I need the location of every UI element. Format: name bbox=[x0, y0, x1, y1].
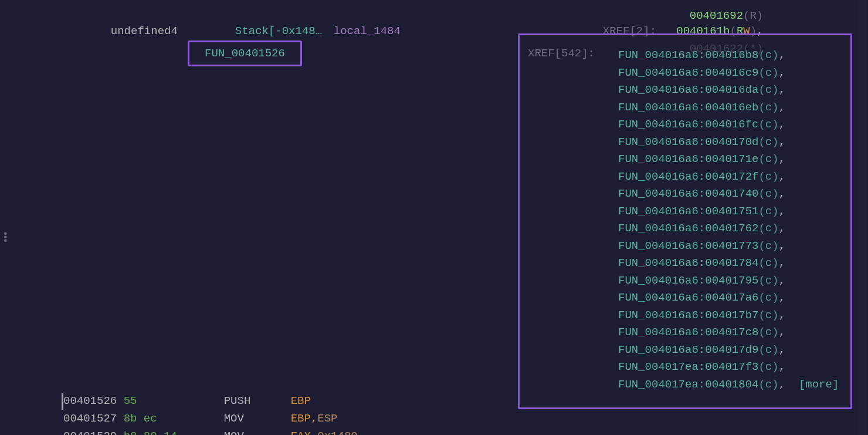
gutter: ●●● bbox=[0, 0, 13, 435]
xref-list: FUN_004016a6:004016b8(c),FUN_004016a6:00… bbox=[618, 47, 839, 393]
function-name: FUN_00401526 bbox=[205, 47, 285, 60]
asm-line[interactable]: 00401527 8b ec MOV EBP,ESP bbox=[63, 412, 338, 425]
xref-entry[interactable]: FUN_004016a6:004016fc(c), bbox=[618, 116, 839, 134]
xref-entry[interactable]: FUN_004016a6:004016eb(c), bbox=[618, 99, 839, 117]
xref-entry[interactable]: FUN_004016a6:004017b7(c), bbox=[618, 307, 839, 325]
xref-entry[interactable]: FUN_004016a6:00401762(c), bbox=[618, 220, 839, 238]
xref-entry[interactable]: FUN_004016a6:004017a6(c), bbox=[618, 289, 839, 307]
asm-line[interactable]: 00401529 b8 80 14 MOV EAX,0x1480 bbox=[63, 430, 358, 435]
xref-entry[interactable]: FUN_004017ea:004017f3(c), bbox=[618, 359, 839, 376]
xref-entry[interactable]: FUN_004016a6:00401784(c), bbox=[618, 255, 839, 272]
xref-entry[interactable]: FUN_004016a6:00401795(c), bbox=[618, 272, 839, 290]
xref-entry[interactable]: FUN_004016a6:004017d9(c), bbox=[618, 342, 839, 359]
xref-entry[interactable]: FUN_004016a6:0040170d(c), bbox=[618, 134, 839, 151]
local-var-line: undefined4 bbox=[97, 12, 178, 38]
xref-entry[interactable]: FUN_004016a6:00401773(c), bbox=[618, 238, 839, 255]
xref-entry[interactable]: FUN_004016a6:004017c8(c), bbox=[618, 324, 839, 342]
scrollbar-track[interactable] bbox=[857, 0, 867, 435]
xref-entry[interactable]: FUN_004016a6:004016da(c), bbox=[618, 82, 839, 99]
xref-more-link[interactable]: [more] bbox=[799, 378, 839, 391]
drag-handle-icon[interactable]: ●●● bbox=[4, 232, 8, 242]
xref-entry[interactable]: FUN_004016a6:0040171e(c), bbox=[618, 151, 839, 168]
xref-entry[interactable]: FUN_004016a6:004016b8(c), bbox=[618, 47, 839, 65]
function-symbol-highlight[interactable]: FUN_00401526 bbox=[188, 41, 302, 66]
local-var-storage: Stack[-0x148… bbox=[222, 12, 322, 38]
xref-entry[interactable]: FUN_004016a6:00401740(c), bbox=[618, 186, 839, 203]
xref-entry[interactable]: FUN_004016a6:0040172f(c), bbox=[618, 168, 839, 186]
xref-count-label: XREF[542]: bbox=[528, 47, 595, 60]
xref-entry[interactable]: FUN_004017ea:00401804(c), [more] bbox=[618, 376, 839, 394]
local-var-name: local_1484 bbox=[320, 12, 401, 38]
asm-line[interactable]: 00401526 55 PUSH EBP bbox=[63, 394, 311, 407]
xref-entry[interactable]: FUN_004016a6:004016c9(c), bbox=[618, 65, 839, 82]
xref-entry[interactable]: FUN_004016a6:00401751(c), bbox=[618, 203, 839, 221]
